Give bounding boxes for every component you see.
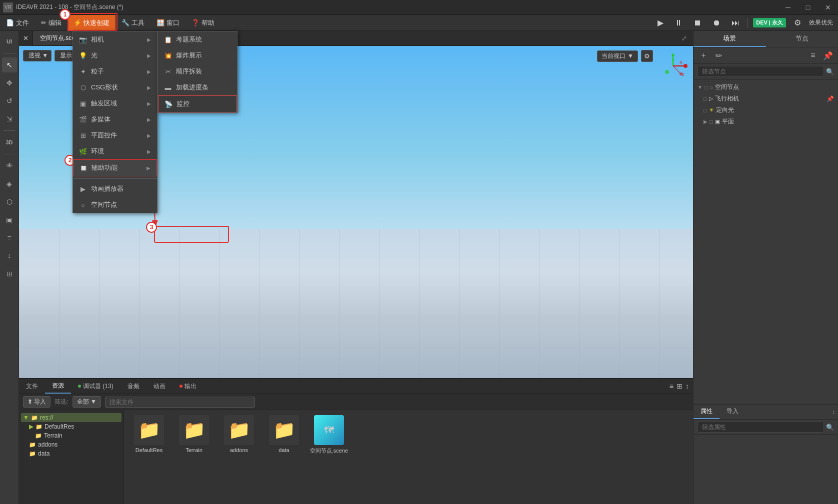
sidebar-rotate[interactable]: ↺ — [2, 93, 17, 108]
filter-label: 筛选: — [54, 398, 68, 406]
add-node-button[interactable]: + — [698, 49, 710, 61]
file-item-scene[interactable]: 🗺 空间节点.scene — [309, 415, 349, 455]
stop-button[interactable]: ⏹ — [690, 17, 704, 28]
list-view-icon[interactable]: ≡ — [670, 382, 674, 390]
tree-item-terrain[interactable]: 📁 Terrain — [21, 431, 122, 440]
qc-item-light[interactable]: 💡 光 ▶ — [73, 47, 157, 63]
sidebar-move[interactable]: ✥ — [2, 75, 17, 90]
sidebar-tool3[interactable]: ▣ — [2, 212, 17, 227]
right-tab-scene[interactable]: 场景 — [694, 31, 766, 47]
file-item-defaultres[interactable]: 📁 DefaultRes — [129, 415, 169, 455]
qc-item-space-node[interactable]: ○ 空间节点 — [73, 197, 157, 213]
sidebar-tool1[interactable]: ◈ — [2, 176, 17, 191]
pin-button[interactable]: 📌 — [822, 49, 834, 61]
sidebar-tool2[interactable]: ⬡ — [2, 194, 17, 209]
step-button[interactable]: ⏭ — [728, 17, 742, 28]
scene-filter-input[interactable] — [698, 66, 824, 77]
aux-item-exam[interactable]: 📋 考题系统 — [158, 31, 237, 47]
qc-item-particle[interactable]: ✦ 粒子 ▶ — [73, 63, 157, 79]
view-mode-button[interactable]: 透视 ▼ — [23, 50, 52, 61]
btab-audio[interactable]: 音频 — [120, 379, 146, 394]
menu-help[interactable]: ❓帮助 — [186, 15, 220, 31]
sidebar-sep1 — [4, 53, 16, 53]
btab-animation[interactable]: 动画 — [146, 379, 172, 394]
viewport-expand-icon[interactable]: ⤢ — [679, 33, 689, 43]
import-button[interactable]: ⬆ 导入 — [23, 396, 50, 408]
menu-tools[interactable]: 🔧工具 — [116, 15, 150, 31]
viewport-gear-button[interactable]: ⚙ — [641, 50, 653, 62]
more-options-button[interactable]: ≡ — [807, 49, 819, 61]
viewport-gizmo: Y X Z — [658, 51, 688, 81]
scene-item-root[interactable]: ▼ □ ○ 空间节点 — [696, 81, 836, 93]
sidebar-tool6[interactable]: ⊞ — [2, 266, 17, 281]
svg-marker-1 — [672, 53, 674, 56]
scene-filter-icon: 🔍 — [826, 68, 834, 75]
sidebar-tool5[interactable]: ↕ — [2, 248, 17, 263]
search-input[interactable] — [105, 397, 255, 408]
attr-filter-input[interactable] — [698, 422, 824, 433]
minimize-button[interactable]: ─ — [778, 0, 798, 15]
tree-item-data[interactable]: 📁 data — [21, 449, 122, 458]
viewport-tab-close[interactable]: ✕ — [19, 31, 33, 46]
qc-item-env[interactable]: 🌿 环境 ▶ — [73, 143, 157, 159]
filter-select[interactable]: 全部 ▼ — [72, 396, 101, 408]
file-item-terrain[interactable]: 📁 Terrain — [174, 415, 214, 455]
sidebar-3d[interactable]: 3D — [2, 135, 17, 150]
aux-item-disassemble[interactable]: ✂ 顺序拆装 — [158, 63, 237, 79]
right-tab-node[interactable]: 节点 — [766, 31, 838, 47]
aux-item-explode[interactable]: 💥 爆炸展示 — [158, 47, 237, 63]
qc-item-csg[interactable]: ⬡ CSG形状 ▶ — [73, 79, 157, 95]
sidebar-sep3 — [4, 154, 16, 154]
qc-item-media[interactable]: 🎬 多媒体 ▶ — [73, 111, 157, 127]
scene-item-camera[interactable]: □ ▷ 飞行相机 📌 — [696, 93, 836, 104]
btab-debugger[interactable]: 调试器 (13) — [71, 379, 120, 394]
right-toolbar: + ✏ ≡ 📌 — [694, 47, 838, 64]
tree-item-res[interactable]: ▼ 📁 res:// — [21, 413, 122, 422]
edit-node-button[interactable]: ✏ — [712, 49, 724, 61]
tree-item-addons[interactable]: 📁 addons — [21, 440, 122, 449]
current-view-select[interactable]: 当前视口 ▼ — [597, 50, 638, 62]
scene-item-plane[interactable]: ▶ □ ▣ 平面 — [696, 116, 836, 127]
sidebar-tool4[interactable]: ≡ — [2, 230, 17, 245]
aux-item-monitor[interactable]: 📡 监控 — [158, 95, 237, 112]
menu-window[interactable]: 🪟窗口 — [150, 15, 186, 31]
attr-tab-import[interactable]: 导入 — [720, 405, 746, 419]
qc-separator — [73, 178, 157, 179]
sidebar-select[interactable]: ↖ — [2, 57, 17, 72]
file-item-addons[interactable]: 📁 addons — [219, 415, 259, 455]
sort-icon[interactable]: ↕ — [686, 382, 689, 390]
tree-item-defaultres[interactable]: ▶ 📁 DefaultRes — [21, 422, 122, 431]
attr-sort-button[interactable]: ↕ — [832, 409, 835, 416]
settings-icon[interactable]: ⚙ — [791, 17, 804, 28]
sidebar-scale[interactable]: ⇲ — [2, 111, 17, 126]
window-title: IDEAVR 2021 - 108 - 空间节点.scene (*) — [16, 3, 778, 11]
viewport-controls-top-right: ⤢ — [679, 33, 693, 43]
menu-file[interactable]: 📄文件 — [0, 15, 35, 31]
qc-item-anim-player[interactable]: ▶ 动画播放器 — [73, 181, 157, 197]
scene-item-light[interactable]: □ ☀ 定向光 — [696, 104, 836, 116]
btab-output[interactable]: 输出 — [172, 379, 204, 394]
bottom-content: ▼ 📁 res:// ▶ 📁 DefaultRes 📁 Terrain — [19, 410, 693, 504]
play-button[interactable]: ▶ — [654, 17, 666, 28]
menu-quick-create[interactable]: ⚡快速创建 — [68, 15, 116, 31]
sidebar-view[interactable]: 👁 — [2, 158, 17, 173]
scene-item-camera-pin: 📌 — [826, 95, 834, 102]
btab-file[interactable]: 文件 — [19, 379, 45, 394]
menu-edit[interactable]: ✏编辑 — [35, 15, 68, 31]
grid-view-icon[interactable]: ⊞ — [676, 382, 682, 390]
close-button[interactable]: ✕ — [818, 0, 838, 15]
aux-item-progress[interactable]: ▬ 加载进度条 — [158, 79, 237, 95]
attr-tab-properties[interactable]: 属性 — [694, 405, 720, 419]
record-button[interactable]: ⏺ — [710, 17, 724, 28]
file-item-data[interactable]: 📁 data — [264, 415, 304, 455]
qc-item-trigger[interactable]: ▣ 触发区域 ▶ — [73, 95, 157, 111]
toolbar-separator — [748, 18, 748, 28]
sidebar-ui[interactable]: UI — [2, 34, 17, 49]
qc-item-camera[interactable]: 📷 相机 ▶ — [73, 31, 157, 47]
maximize-button[interactable]: □ — [798, 0, 818, 15]
qc-item-plane-ctrl[interactable]: ⊞ 平面控件 ▶ — [73, 127, 157, 143]
right-attr-panel: 属性 导入 ↕ 🔍 — [694, 404, 838, 504]
qc-item-aux[interactable]: 🔲 辅助功能 ▶ — [73, 159, 157, 176]
btab-assets[interactable]: 资源 — [45, 379, 71, 394]
pause-button[interactable]: ⏸ — [672, 17, 686, 28]
